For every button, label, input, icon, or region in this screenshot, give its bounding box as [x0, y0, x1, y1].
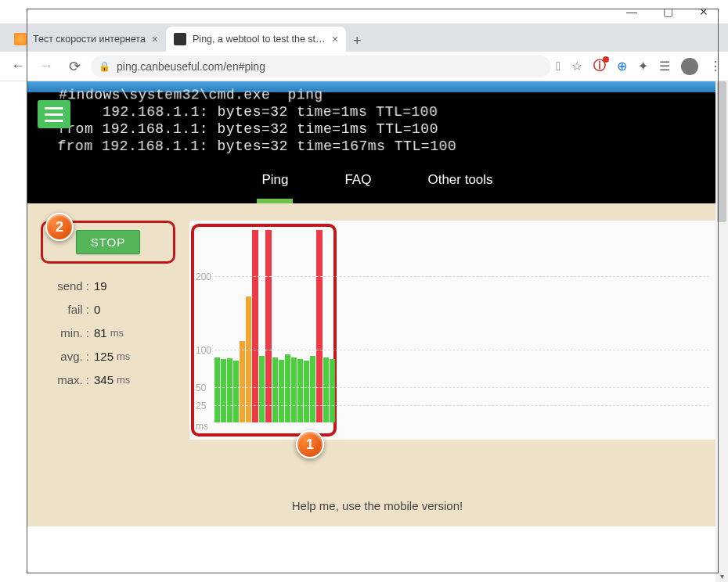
- favicon-icon: [14, 33, 27, 45]
- main-content: STOP send : 19 fail : 0 min. : 81 ms avg…: [27, 203, 728, 463]
- browser-tab-active[interactable]: Ping, a webtool to test the stabili ×: [166, 27, 346, 52]
- browser-toolbar: ← → ⟳ 🔒 ping.canbeuseful.com/en#ping 🊣 ☆…: [0, 52, 728, 81]
- bookmark-star-icon[interactable]: ☆: [571, 59, 582, 74]
- stat-value: 125: [94, 345, 114, 368]
- chart-bar: [233, 361, 239, 422]
- stats-list: send : 19 fail : 0 min. : 81 ms avg. : 1…: [41, 275, 175, 392]
- toolbar-extensions: 🊣 ☆ ⓘ ⊕ ✦ ☰ ⋮: [556, 58, 722, 75]
- tab-close-icon[interactable]: ×: [152, 33, 158, 45]
- scrollbar-thumb[interactable]: [717, 81, 726, 222]
- stat-send: send : 19: [41, 275, 175, 298]
- chart-bar: [246, 296, 251, 422]
- site-nav: Ping FAQ Other tools: [27, 156, 728, 203]
- chart-bar: [316, 230, 323, 422]
- extension-globe-icon[interactable]: ⊕: [617, 59, 627, 74]
- chart-gridline: [214, 387, 709, 388]
- chrome-menu-icon[interactable]: ⋮: [709, 59, 722, 74]
- nav-item-ping[interactable]: Ping: [257, 158, 293, 202]
- chart-bar: [214, 357, 220, 422]
- hero-banner: #indows\system32\cmd.exe ping 192.168.1.…: [27, 81, 728, 156]
- annotation-callout-2: 2: [45, 213, 74, 241]
- stat-label: fail :: [41, 298, 89, 322]
- favicon-icon: [174, 33, 186, 45]
- chart-bar: [323, 357, 329, 422]
- chart-bar: [285, 354, 290, 422]
- lock-icon: 🔒: [99, 61, 110, 72]
- chart-bars: [214, 230, 335, 422]
- stat-unit: ms: [117, 368, 130, 392]
- reading-list-icon[interactable]: ☰: [659, 59, 670, 74]
- nav-reload-button[interactable]: ⟳: [63, 55, 86, 78]
- page-scrollbar[interactable]: ▾: [715, 81, 728, 582]
- chart-bar: [265, 230, 272, 422]
- chart-bar: [221, 359, 226, 422]
- chart-gridline: [214, 405, 709, 406]
- url-text: ping.canbeuseful.com/en#ping: [117, 60, 265, 73]
- tab-title: Ping, a webtool to test the stabili: [193, 34, 326, 45]
- extensions-puzzle-icon[interactable]: ✦: [638, 59, 648, 74]
- stat-label: send :: [41, 275, 89, 298]
- nav-forward-button[interactable]: →: [34, 55, 58, 78]
- chart-gridline: [214, 350, 709, 350]
- stat-min: min. : 81 ms: [41, 322, 175, 345]
- footer-mobile-link[interactable]: Help me, use the mobile version!: [27, 463, 728, 526]
- chart-bar: [330, 359, 335, 422]
- hero-console-text: #indows\system32\cmd.exe ping 192.168.1.…: [56, 86, 457, 156]
- ping-chart: ms 2550100200: [189, 221, 720, 440]
- chart-gridline: [214, 276, 709, 277]
- annotation-callout-1: 1: [296, 430, 324, 458]
- window-close-button[interactable]: ✕: [686, 0, 722, 23]
- chart-tick-label: 50: [196, 383, 206, 393]
- chart-bar: [272, 357, 278, 422]
- nav-back-button[interactable]: ←: [6, 55, 30, 78]
- window-titlebar: — ▢ ✕: [0, 0, 728, 23]
- chart-bar: [227, 358, 232, 422]
- chart-bar: [310, 356, 315, 422]
- stat-label: avg. :: [41, 345, 89, 368]
- profile-avatar[interactable]: [681, 58, 698, 75]
- stat-value: 81: [94, 322, 107, 345]
- chart-tick-label: 200: [196, 271, 211, 282]
- chart-bar: [304, 361, 309, 422]
- chart-tick-label: 25: [196, 401, 206, 411]
- chart-tick-label: 100: [196, 345, 211, 356]
- nav-item-other[interactable]: Other tools: [423, 158, 497, 202]
- stats-sidebar: STOP send : 19 fail : 0 min. : 81 ms avg…: [27, 221, 175, 440]
- address-bar[interactable]: 🔒 ping.canbeuseful.com/en#ping: [91, 56, 551, 77]
- chart-bar: [297, 359, 303, 422]
- stat-value: 0: [94, 298, 100, 322]
- chart-bar: [252, 230, 258, 422]
- hamburger-menu-button[interactable]: [38, 100, 70, 128]
- window-maximize-button[interactable]: ▢: [650, 0, 686, 23]
- page-viewport: #indows\system32\cmd.exe ping 192.168.1.…: [27, 81, 728, 582]
- chart-bar: [279, 360, 284, 422]
- chart-bar: [291, 357, 297, 422]
- chart-ylabel: ms: [196, 421, 208, 432]
- tab-close-icon[interactable]: ×: [332, 33, 338, 45]
- translate-icon[interactable]: 🊣: [556, 59, 560, 74]
- stat-unit: ms: [110, 322, 124, 345]
- chart-bar: [259, 356, 265, 422]
- scrollbar-down-arrow[interactable]: ▾: [715, 569, 728, 582]
- chart-area: ms 2550100200: [191, 227, 714, 433]
- stat-unit: ms: [117, 345, 130, 368]
- stat-label: min. :: [41, 322, 89, 345]
- stat-value: 345: [94, 368, 114, 392]
- chart-bar: [240, 341, 245, 422]
- stat-label: max. :: [41, 368, 89, 392]
- browser-tab[interactable]: Тест скорости интернета ×: [6, 27, 166, 52]
- stat-max: max. : 345 ms: [41, 368, 175, 392]
- browser-tabstrip: Тест скорости интернета × Ping, a webtoo…: [0, 23, 728, 52]
- tab-title: Тест скорости интернета: [33, 34, 146, 45]
- stat-avg: avg. : 125 ms: [41, 345, 175, 368]
- stat-value: 19: [94, 275, 107, 298]
- window-minimize-button[interactable]: —: [614, 0, 650, 23]
- new-tab-button[interactable]: +: [346, 30, 368, 52]
- stop-button[interactable]: STOP: [76, 230, 141, 254]
- stat-fail: fail : 0: [41, 298, 175, 322]
- nav-item-faq[interactable]: FAQ: [340, 158, 376, 202]
- extension-icon[interactable]: ⓘ: [593, 58, 606, 74]
